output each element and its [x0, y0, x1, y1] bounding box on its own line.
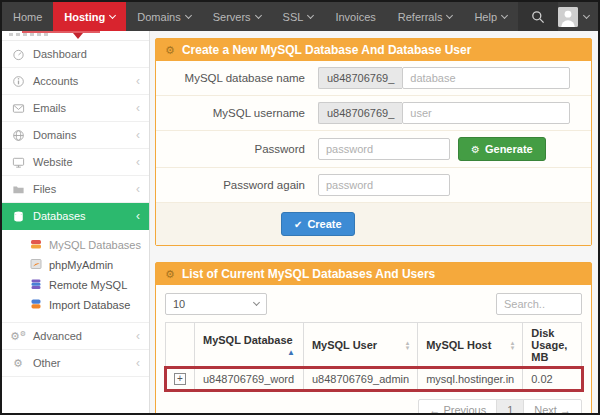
- sidebar-item-label: Domains: [33, 129, 128, 141]
- main-content: ⚙ Create a New MySQL Database And Databa…: [150, 31, 598, 413]
- sidebar-item-databases[interactable]: Databases ‹: [2, 203, 149, 230]
- create-button-label: Create: [307, 218, 341, 230]
- sort-ascending-icon: ▲: [287, 348, 295, 357]
- sidebar-item-other[interactable]: ⚙ Other ‹: [2, 350, 149, 377]
- nav-item-domains[interactable]: Domains: [126, 2, 201, 31]
- search-icon: [531, 10, 545, 24]
- chevron-down-icon: [446, 11, 453, 18]
- chevron-down-icon[interactable]: [583, 11, 590, 18]
- gear-icon: ⚙: [471, 144, 480, 155]
- sort-both-icon: ▴▾: [406, 340, 410, 350]
- create-button[interactable]: ✔ Create: [281, 212, 355, 236]
- search-button[interactable]: [518, 2, 558, 31]
- previous-page-button[interactable]: ← Previous: [418, 399, 497, 413]
- chevron-left-icon: ‹: [136, 357, 140, 369]
- sidebar-item-label: Emails: [33, 102, 128, 114]
- sidebar-item-label: Advanced: [33, 330, 128, 342]
- user-icon: [558, 7, 578, 27]
- sidebar-subitem-label: phpMyAdmin: [49, 259, 113, 271]
- sidebar: Dashboard Accounts ‹ Emails ‹ Domains ‹ …: [2, 31, 150, 413]
- next-page-button[interactable]: Next →: [523, 399, 582, 413]
- create-panel-title: Create a New MySQL Database And Database…: [182, 43, 471, 57]
- password-input[interactable]: [318, 138, 450, 160]
- check-icon: ✔: [294, 219, 302, 230]
- sidebar-item-website[interactable]: Website ‹: [2, 149, 149, 176]
- nav-label: Servers: [213, 11, 251, 23]
- table-search-input[interactable]: [496, 293, 582, 315]
- chevron-down-icon: [255, 11, 262, 18]
- chevron-left-icon: ‹: [136, 129, 140, 141]
- gears-icon: ⚙: [165, 268, 175, 281]
- nav-label: Home: [13, 11, 42, 23]
- table-header-row: MySQL Database ▲ MySQL User ▴▾ MySQL Hos…: [166, 323, 582, 368]
- sidebar-subitem-phpmyadmin[interactable]: phpMyAdmin: [2, 255, 149, 275]
- nav-item-ssl[interactable]: SSL: [272, 2, 325, 31]
- database-table-row: + u848706769_word u848706769_admin mysql…: [166, 368, 582, 390]
- password-again-row: Password again: [156, 168, 591, 203]
- phpmyadmin-icon: [30, 258, 42, 272]
- sort-both-icon: ▴▾: [511, 340, 515, 350]
- nav-item-referrals[interactable]: Referrals: [387, 2, 464, 31]
- generate-password-button[interactable]: ⚙ Generate: [458, 137, 546, 161]
- sidebar-item-domains[interactable]: Domains ‹: [2, 122, 149, 149]
- username-row: MySQL username u848706769_: [156, 96, 591, 131]
- nav-item-help[interactable]: Help: [463, 2, 518, 31]
- database-name-label: MySQL database name: [166, 72, 318, 84]
- sidebar-item-advanced[interactable]: ⚙⚙ Advanced ‹: [2, 323, 149, 350]
- page-size-select[interactable]: 10: [165, 293, 267, 315]
- nav-item-servers[interactable]: Servers: [202, 2, 272, 31]
- cutoff-breadcrumb-artifact: [9, 33, 51, 36]
- password-row: Password ⚙ Generate: [156, 131, 591, 168]
- column-header-mysql-user[interactable]: MySQL User ▴▾: [303, 323, 417, 368]
- gear-icon: ⚙: [11, 357, 25, 370]
- password-again-input[interactable]: [318, 174, 450, 196]
- sidebar-item-accounts[interactable]: Accounts ‹: [2, 68, 149, 95]
- column-header-mysql-host[interactable]: MySQL Host ▴▾: [418, 323, 523, 368]
- top-navbar: Home Hosting Domains Servers SSL Invoice…: [2, 2, 598, 31]
- nav-item-invoices[interactable]: Invoices: [324, 2, 386, 31]
- username-input[interactable]: [402, 102, 570, 124]
- chevron-left-icon: ‹: [136, 156, 140, 168]
- remote-mysql-icon: [30, 278, 42, 292]
- username-prefix: u848706769_: [318, 102, 402, 124]
- nav-label: Hosting: [64, 11, 105, 23]
- sidebar-item-emails[interactable]: Emails ‹: [2, 95, 149, 122]
- sidebar-item-dashboard[interactable]: Dashboard: [2, 41, 149, 68]
- column-header-label: MySQL Database: [203, 334, 293, 346]
- nav-item-hosting[interactable]: Hosting: [53, 2, 126, 31]
- database-icon: [11, 210, 25, 223]
- hosting-dropdown-caret: [73, 33, 83, 39]
- user-avatar[interactable]: [558, 7, 578, 27]
- page-number-button[interactable]: 1: [496, 399, 524, 413]
- expand-cell: +: [166, 368, 195, 390]
- sidebar-item-label: Dashboard: [33, 48, 140, 60]
- chevron-left-icon: ‹: [136, 210, 140, 222]
- sidebar-subitem-remote-mysql[interactable]: Remote MySQL: [2, 275, 149, 295]
- expand-column-header: [166, 323, 195, 368]
- sidebar-subitem-import-database[interactable]: Import Database: [2, 295, 149, 315]
- envelope-icon: [11, 102, 25, 115]
- chevron-down-icon: [307, 11, 314, 18]
- chevron-left-icon: ‹: [136, 183, 140, 195]
- column-header-disk-usage[interactable]: Disk Usage, MB: [523, 323, 582, 368]
- sidebar-subitem-mysql-databases[interactable]: MySQL Databases: [2, 235, 149, 255]
- database-name-input[interactable]: [402, 67, 570, 89]
- sidebar-item-label: Website: [33, 156, 128, 168]
- chevron-down-icon: [185, 11, 192, 18]
- sidebar-item-files[interactable]: Files ‹: [2, 176, 149, 203]
- gauge-icon: [11, 48, 25, 61]
- list-panel-header: ⚙ List of Current MySQL Databases And Us…: [156, 263, 591, 285]
- hosting-dropdown-remnant: [22, 31, 100, 33]
- gears-icon: ⚙: [165, 44, 175, 57]
- nav-item-home[interactable]: Home: [2, 2, 53, 31]
- cell-mysql-database: u848706769_word: [195, 368, 304, 390]
- generate-button-label: Generate: [485, 143, 533, 155]
- username-label: MySQL username: [166, 107, 318, 119]
- column-header-label: Disk Usage, MB: [531, 327, 567, 363]
- create-panel-footer: ✔ Create: [156, 203, 591, 245]
- databases-table: MySQL Database ▲ MySQL User ▴▾ MySQL Hos…: [165, 322, 582, 390]
- chevron-down-icon: [253, 299, 260, 306]
- column-header-mysql-database[interactable]: MySQL Database ▲: [195, 323, 304, 368]
- list-panel-title: List of Current MySQL Databases And User…: [182, 267, 435, 281]
- expand-row-icon[interactable]: +: [174, 373, 186, 385]
